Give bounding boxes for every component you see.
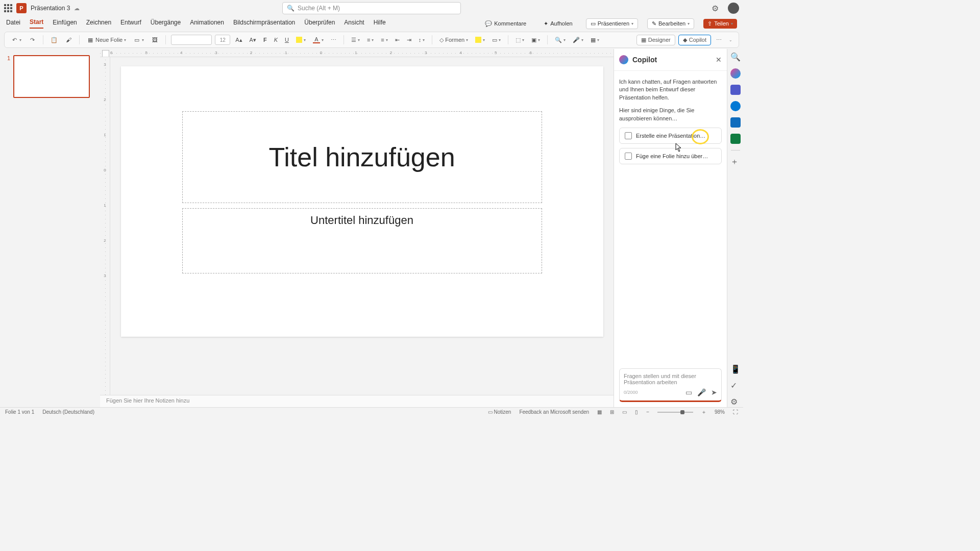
praesentieren-button[interactable]: ▭Präsentieren▾ xyxy=(586,18,638,29)
increase-font-button[interactable]: A▴ xyxy=(233,36,244,44)
view-normal-button[interactable]: ▦ xyxy=(597,409,602,415)
attach-icon[interactable]: ▭ xyxy=(685,388,692,396)
rail-search-icon[interactable]: 🔍 xyxy=(730,52,741,62)
notes-input[interactable]: Fügen Sie hier Ihre Notizen hinzu xyxy=(100,395,614,407)
indent-decrease-button[interactable]: ⇤ xyxy=(393,36,402,44)
tab-start[interactable]: Start xyxy=(30,18,43,29)
neue-folie-button[interactable]: ▦Neue Folie▾ xyxy=(85,35,128,44)
thumbnail-slide-1[interactable] xyxy=(13,55,90,98)
thumb-number: 1 xyxy=(7,55,10,98)
font-name-input[interactable] xyxy=(171,35,212,45)
addins-button[interactable]: ▦▾ xyxy=(589,36,601,44)
undo-button[interactable]: ↶▾ xyxy=(9,35,23,44)
document-name[interactable]: Präsentation 3 xyxy=(31,5,70,12)
redo-button[interactable]: ↷ xyxy=(27,35,38,44)
tab-zeichnen[interactable]: Zeichnen xyxy=(86,19,111,28)
font-color-button[interactable]: A▾ xyxy=(311,35,326,44)
status-feedback[interactable]: Feedback an Microsoft senden xyxy=(519,409,589,415)
subtitle-placeholder[interactable]: Untertitel hinzufügen xyxy=(182,208,542,273)
rail-todo-icon[interactable]: ✓ xyxy=(730,381,741,391)
kommentare-button[interactable]: 💬Kommentare xyxy=(481,19,530,29)
rail-edge-icon[interactable] xyxy=(730,101,741,111)
shape-outline-button[interactable]: ▭▾ xyxy=(490,36,503,44)
designer-button[interactable]: ▦Designer xyxy=(636,35,675,45)
copilot-suggestion-add-slide[interactable]: Füge eine Folie hinzu über… xyxy=(619,148,722,164)
more-font-button[interactable]: ⋯ xyxy=(329,36,338,44)
dictate-button[interactable]: 🎤▾ xyxy=(571,36,585,44)
rail-teams-icon[interactable] xyxy=(730,85,741,95)
view-sorter-button[interactable]: ⊞ xyxy=(610,409,614,415)
bearbeiten-button[interactable]: ✎Bearbeiten▾ xyxy=(647,18,694,29)
paste-button[interactable]: 📋 xyxy=(48,35,60,44)
title-placeholder[interactable]: Titel hinzufügen xyxy=(182,111,542,203)
tab-einfuegen[interactable]: Einfügen xyxy=(53,19,77,28)
formen-button[interactable]: ◇Formen▾ xyxy=(437,36,470,44)
fit-to-window-button[interactable]: ⛶ xyxy=(733,409,738,415)
user-avatar[interactable] xyxy=(728,3,739,14)
status-notizen[interactable]: ▭ Notizen xyxy=(488,409,511,415)
char-count: 0/2000 xyxy=(624,390,638,395)
teilen-button[interactable]: ⇪Teilen▾ xyxy=(703,19,737,29)
tab-ueberpruefen[interactable]: Überprüfen xyxy=(304,19,335,28)
underline-button[interactable]: U xyxy=(283,36,291,44)
send-icon[interactable]: ➤ xyxy=(711,388,717,396)
close-copilot-button[interactable]: ✕ xyxy=(716,56,722,64)
app-launcher-icon[interactable] xyxy=(4,4,12,12)
search-input[interactable]: 🔍 Suche (Alt + M) xyxy=(282,2,461,14)
arrange-button[interactable]: ⬚▾ xyxy=(513,36,526,44)
group-button[interactable]: ▣▾ xyxy=(529,36,542,44)
clipboard-icon: 📋 xyxy=(51,36,58,43)
format-painter-button[interactable]: 🖌 xyxy=(63,35,74,44)
settings-icon[interactable]: ⚙ xyxy=(709,3,721,14)
rail-outlook-icon[interactable] xyxy=(730,117,741,128)
cloud-save-icon[interactable]: ☁ xyxy=(74,5,80,12)
zoom-value[interactable]: 98% xyxy=(715,409,725,415)
aufholen-button[interactable]: ✦Aufholen xyxy=(540,19,576,29)
copilot-suggestion-create[interactable]: Erstelle eine Präsentation… xyxy=(619,128,722,144)
layout-button[interactable]: ▭▾ xyxy=(131,35,146,44)
line-spacing-button[interactable]: ↕▾ xyxy=(416,36,427,44)
zoom-in-button[interactable]: ＋ xyxy=(701,409,706,416)
tab-datei[interactable]: Datei xyxy=(6,19,20,28)
mic-input-icon[interactable]: 🎤 xyxy=(697,388,706,396)
tab-hilfe[interactable]: Hilfe xyxy=(374,19,386,28)
highlight-button[interactable]: ▾ xyxy=(294,36,308,44)
copilot-pane: Copilot ✕ Ich kann chatten, auf Fragen a… xyxy=(614,49,727,407)
designer-icon: ▦ xyxy=(641,37,646,43)
slide-canvas[interactable]: Titel hinzufügen Untertitel hinzufügen xyxy=(121,66,603,337)
rail-copilot-icon[interactable] xyxy=(730,68,741,79)
reuse-button[interactable]: 🖼 xyxy=(149,35,160,44)
decrease-font-button[interactable]: A▾ xyxy=(248,36,258,44)
font-size-input[interactable]: 12 xyxy=(215,35,230,45)
bold-button[interactable]: F xyxy=(261,36,269,44)
more-commands-button[interactable]: ⋯ xyxy=(714,36,724,44)
tab-entwurf[interactable]: Entwurf xyxy=(120,19,141,28)
copilot-input[interactable]: Fragen stellen und mit dieser Präsentati… xyxy=(619,368,722,402)
italic-button[interactable]: K xyxy=(272,36,280,44)
tab-ansicht[interactable]: Ansicht xyxy=(344,19,364,28)
copilot-input-placeholder: Fragen stellen und mit dieser Präsentati… xyxy=(624,373,696,385)
font-shrink-icon: A▾ xyxy=(250,37,256,43)
view-slideshow-button[interactable]: ▯ xyxy=(635,409,638,415)
find-button[interactable]: 🔍▾ xyxy=(553,36,568,44)
rail-phone-icon[interactable]: 📱 xyxy=(730,364,741,374)
status-language[interactable]: Deutsch (Deutschland) xyxy=(42,409,94,415)
shape-fill-button[interactable]: ▾ xyxy=(473,36,487,44)
copilot-toolbar-button[interactable]: ◆Copilot xyxy=(678,35,711,45)
view-reading-button[interactable]: ▭ xyxy=(622,409,627,415)
bullets-button[interactable]: ☰▾ xyxy=(349,36,362,44)
collapse-ribbon-button[interactable]: ⌄ xyxy=(727,37,734,43)
rail-other-icon[interactable] xyxy=(730,134,741,144)
numbering-icon: ≡ xyxy=(367,37,370,43)
rail-settings-icon[interactable]: ⚙ xyxy=(730,397,741,407)
numbering-button[interactable]: ≡▾ xyxy=(365,36,376,44)
indent-increase-button[interactable]: ⇥ xyxy=(405,36,413,44)
tab-bildschirm[interactable]: Bildschirmpräsentation xyxy=(233,19,295,28)
zoom-out-button[interactable]: − xyxy=(646,409,649,415)
outline-toggle[interactable] xyxy=(102,50,109,57)
zoom-slider[interactable] xyxy=(657,412,693,413)
rail-add-icon[interactable]: ＋ xyxy=(730,157,741,167)
align-button[interactable]: ≡▾ xyxy=(379,36,389,44)
tab-animationen[interactable]: Animationen xyxy=(190,19,224,28)
tab-uebergaenge[interactable]: Übergänge xyxy=(151,19,181,28)
